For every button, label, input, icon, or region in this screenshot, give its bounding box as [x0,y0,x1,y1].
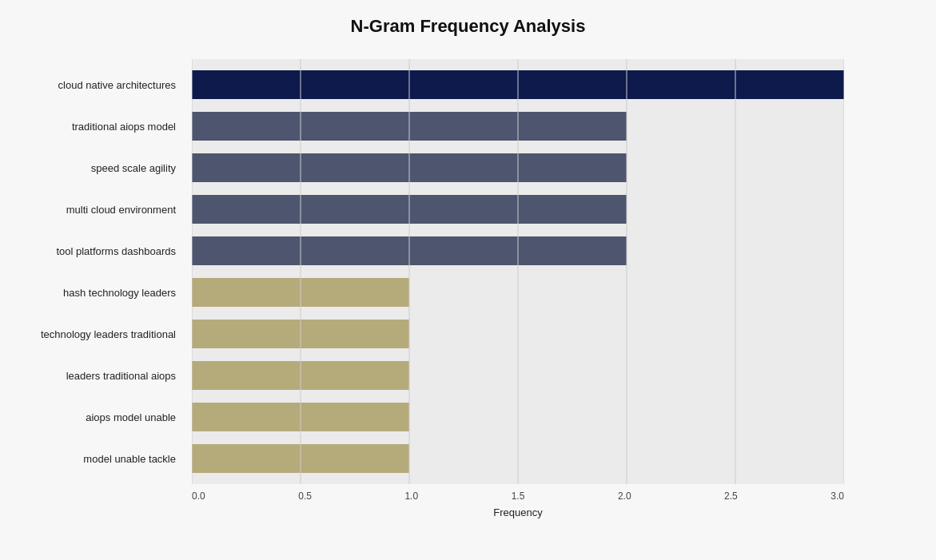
x-axis: 0.00.51.01.52.02.53.0 [192,490,844,502]
x-axis-tick: 1.0 [404,490,418,502]
bar-fill [192,403,409,431]
bar-label: multi cloud environment [0,204,184,216]
bar-track [192,112,844,141]
bar-label: leaders traditional aiops [0,370,184,382]
bar-track [192,403,844,431]
bar-row: cloud native architectures [192,64,844,105]
bar-label: model unable tackle [0,453,184,465]
x-axis-tick: 1.5 [512,490,525,502]
bar-track [192,278,844,307]
bar-row: leaders traditional aiops [192,355,844,396]
bar-fill [192,320,409,348]
bar-label: speed scale agility [0,162,184,174]
x-axis-tick: 0.5 [298,490,312,502]
bar-fill [192,236,627,265]
x-axis-tick: 3.0 [830,490,844,502]
bar-track [192,195,844,224]
bar-fill [192,70,844,99]
bar-track [192,320,844,348]
bar-track [192,153,844,182]
chart-container: N-Gram Frequency Analysis cloud native a… [0,0,936,560]
x-axis-tick: 2.5 [724,490,738,502]
bar-fill [192,278,409,307]
bar-track [192,236,844,265]
bar-label: hash technology leaders [0,287,184,299]
bar-row: aiops model unable [192,396,844,438]
bar-row: technology leaders traditional [192,313,844,355]
bar-fill [192,195,627,224]
bar-row: traditional aiops model [192,105,844,147]
bar-fill [192,153,627,182]
x-axis-tick: 0.0 [192,490,205,502]
x-axis-label: Frequency [192,506,844,518]
bar-track [192,70,844,99]
bar-track [192,361,844,390]
bar-fill [192,361,409,390]
bar-label: aiops model unable [0,411,184,423]
bar-fill [192,444,409,473]
bar-row: model unable tackle [192,438,844,479]
bar-label: traditional aiops model [0,121,184,133]
bar-row: tool platforms dashboards [192,230,844,272]
bar-label: technology leaders traditional [0,328,184,340]
bar-label: cloud native architectures [0,79,184,91]
bar-row: hash technology leaders [192,272,844,313]
bar-track [192,444,844,473]
x-axis-tick: 2.0 [618,490,631,502]
chart-title: N-Gram Frequency Analysis [0,16,936,37]
bar-row: speed scale agility [192,147,844,189]
bar-fill [192,112,627,141]
bars-section: cloud native architecturestraditional ai… [192,59,844,484]
bar-label: tool platforms dashboards [0,245,184,257]
bar-row: multi cloud environment [192,189,844,230]
